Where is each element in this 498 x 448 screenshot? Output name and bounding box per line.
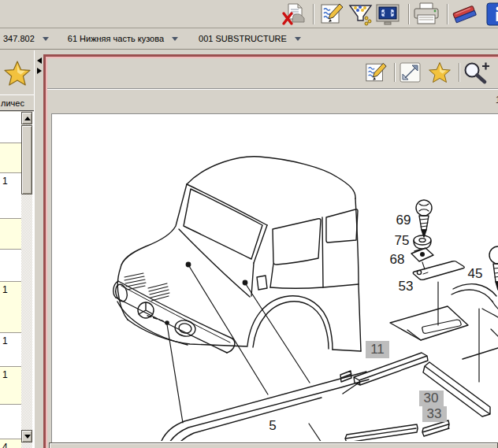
top-toolbar xyxy=(0,0,498,28)
parts-list-panel: личес 1 1 1 1 4 xyxy=(0,50,35,448)
app-window: 347.802 61 Нижняя часть кузова 001 SUBST… xyxy=(0,0,498,448)
table-row[interactable]: 1 xyxy=(0,282,21,333)
breadcrumb-group-label: 61 Нижняя часть кузова xyxy=(68,34,164,43)
breadcrumb-subgroup-dropdown[interactable]: 001 SUBSTRUCTURE xyxy=(199,34,301,43)
info-icon xyxy=(486,2,498,26)
parts-diagram-canvas[interactable]: 11 30 33 69 75 68 53 45 5 xyxy=(51,113,498,442)
callout-75[interactable]: 75 xyxy=(395,233,410,248)
remove-document-button[interactable] xyxy=(281,2,307,30)
scroll-down-button[interactable] xyxy=(21,430,32,442)
fullscreen-icon xyxy=(375,3,400,25)
table-row[interactable] xyxy=(0,219,21,250)
breadcrumb-subgroup-label: 001 SUBSTRUCTURE xyxy=(199,34,287,43)
table-row[interactable] xyxy=(0,112,21,143)
breadcrumb-model-dropdown[interactable]: 347.802 xyxy=(3,34,49,43)
table-row[interactable] xyxy=(0,405,21,439)
parts-diagram: 11 30 33 69 75 68 53 45 5 xyxy=(52,114,498,441)
toolbar-separator xyxy=(313,4,314,24)
info-button[interactable] xyxy=(486,2,498,29)
chevron-down-icon xyxy=(295,37,301,41)
toolbar-separator xyxy=(408,4,410,24)
eraser-icon xyxy=(451,3,478,25)
print-icon xyxy=(412,2,440,27)
callout-69[interactable]: 69 xyxy=(396,213,411,228)
arrow-down-icon xyxy=(24,435,31,439)
edit-notes-button[interactable] xyxy=(319,2,344,28)
arrow-up-icon xyxy=(24,117,31,120)
breadcrumb-model-label: 347.802 xyxy=(3,34,35,43)
toolbar-divider xyxy=(47,88,498,90)
callout-68[interactable]: 68 xyxy=(390,252,405,267)
collect-basket-icon xyxy=(347,2,374,26)
breadcrumb: 347.802 61 Нижняя часть кузова 001 SUBST… xyxy=(0,28,498,50)
fit-image-button[interactable] xyxy=(399,61,422,87)
zoom-in-icon xyxy=(463,61,491,84)
edit-notes-button[interactable] xyxy=(364,61,388,87)
table-row[interactable]: 1 xyxy=(0,367,21,405)
diagram-toolbar xyxy=(47,58,498,88)
fullscreen-button[interactable] xyxy=(375,3,400,28)
part-callouts[interactable]: 69 75 68 53 45 5 xyxy=(269,213,482,433)
toolbar-separator xyxy=(394,63,396,82)
collect-basket-button[interactable] xyxy=(347,2,374,29)
scrollbar-thumb[interactable] xyxy=(21,125,32,194)
favorites-button[interactable] xyxy=(3,60,32,90)
badge-11-label[interactable]: 11 xyxy=(370,342,385,357)
zoom-in-button[interactable] xyxy=(463,61,491,87)
table-row[interactable]: 1 xyxy=(0,333,21,367)
table-row[interactable]: 4 xyxy=(0,439,21,448)
chevron-down-icon xyxy=(172,37,178,41)
horizontal-scrollbar[interactable] xyxy=(49,442,498,448)
table-row[interactable] xyxy=(0,250,21,282)
star-icon xyxy=(3,60,32,87)
breadcrumb-group-dropdown[interactable]: 61 Нижняя часть кузова xyxy=(68,34,178,43)
scroll-up-button[interactable] xyxy=(21,112,32,124)
remove-document-icon xyxy=(281,2,307,27)
callout-45[interactable]: 45 xyxy=(468,266,483,281)
callout-5[interactable]: 5 xyxy=(269,418,276,433)
expand-right-icon[interactable] xyxy=(37,68,42,74)
diagram-panel: 1 xyxy=(43,50,498,448)
favorites-button[interactable] xyxy=(428,61,452,87)
toolbar-separator xyxy=(459,63,460,82)
quantity-column-header[interactable]: личес xyxy=(0,94,34,111)
diagram-panel-frame: 1 xyxy=(43,54,498,448)
print-button[interactable] xyxy=(412,2,440,30)
collapse-left-icon[interactable] xyxy=(37,57,42,64)
callout-53[interactable]: 53 xyxy=(399,279,414,294)
table-row[interactable]: 1 xyxy=(0,173,21,219)
fit-image-icon xyxy=(399,61,422,83)
edit-notes-icon xyxy=(364,61,388,83)
edit-notes-icon xyxy=(319,2,344,25)
badge-30-label[interactable]: 30 xyxy=(424,391,439,405)
table-row[interactable] xyxy=(0,143,21,173)
star-icon xyxy=(428,61,452,84)
vertical-scrollbar[interactable] xyxy=(21,112,32,448)
parts-table: 1 1 1 1 4 xyxy=(0,112,34,448)
toolbar-separator xyxy=(447,4,448,24)
eraser-button[interactable] xyxy=(451,3,478,28)
chevron-down-icon xyxy=(43,37,49,41)
badge-33-label[interactable]: 33 xyxy=(427,406,442,421)
